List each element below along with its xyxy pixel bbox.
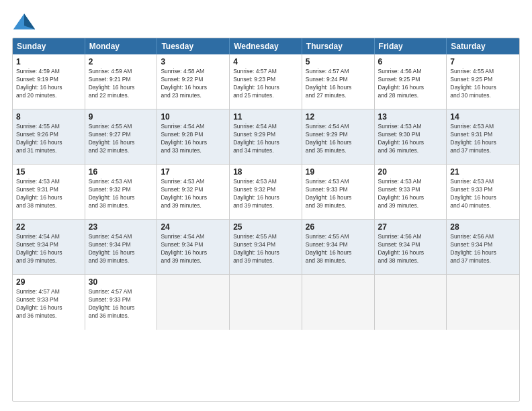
day-number: 24 <box>161 222 226 232</box>
day-info: Sunrise: 4:55 AM Sunset: 9:34 PM Dayligh… <box>306 233 371 265</box>
page: SundayMondayTuesdayWednesdayThursdayFrid… <box>0 0 532 411</box>
calendar-cell: 26Sunrise: 4:55 AM Sunset: 9:34 PM Dayli… <box>302 220 375 275</box>
day-number: 10 <box>161 112 226 122</box>
calendar-cell: 14Sunrise: 4:53 AM Sunset: 9:31 PM Dayli… <box>447 109 519 165</box>
calendar-cell: 9Sunrise: 4:55 AM Sunset: 9:27 PM Daylig… <box>85 109 158 165</box>
day-number: 18 <box>233 167 298 177</box>
header <box>12 12 520 31</box>
day-info: Sunrise: 4:58 AM Sunset: 9:22 PM Dayligh… <box>161 68 226 100</box>
day-number: 9 <box>89 112 154 122</box>
calendar-cell: 19Sunrise: 4:53 AM Sunset: 9:33 PM Dayli… <box>302 165 375 220</box>
day-number: 30 <box>89 277 154 287</box>
calendar-cell: 1Sunrise: 4:59 AM Sunset: 9:19 PM Daylig… <box>13 54 85 109</box>
day-info: Sunrise: 4:55 AM Sunset: 9:25 PM Dayligh… <box>450 68 516 100</box>
day-info: Sunrise: 4:54 AM Sunset: 9:29 PM Dayligh… <box>233 123 298 155</box>
calendar-cell <box>157 275 230 330</box>
day-info: Sunrise: 4:56 AM Sunset: 9:25 PM Dayligh… <box>378 68 443 100</box>
day-number: 3 <box>161 57 226 66</box>
calendar-cell: 5Sunrise: 4:57 AM Sunset: 9:24 PM Daylig… <box>302 54 375 109</box>
day-info: Sunrise: 4:53 AM Sunset: 9:31 PM Dayligh… <box>450 123 516 155</box>
day-info: Sunrise: 4:53 AM Sunset: 9:30 PM Dayligh… <box>378 123 443 155</box>
calendar-cell: 7Sunrise: 4:55 AM Sunset: 9:25 PM Daylig… <box>447 54 519 109</box>
calendar-cell: 17Sunrise: 4:53 AM Sunset: 9:32 PM Dayli… <box>157 165 230 220</box>
day-number: 2 <box>89 57 154 66</box>
calendar-cell <box>447 275 519 330</box>
day-info: Sunrise: 4:54 AM Sunset: 9:34 PM Dayligh… <box>161 233 226 265</box>
day-number: 7 <box>450 57 516 66</box>
day-number: 16 <box>89 167 154 177</box>
day-info: Sunrise: 4:57 AM Sunset: 9:33 PM Dayligh… <box>16 288 81 320</box>
day-info: Sunrise: 4:55 AM Sunset: 9:27 PM Dayligh… <box>89 123 154 155</box>
weekday-header-monday: Monday <box>85 38 158 54</box>
calendar-cell: 2Sunrise: 4:59 AM Sunset: 9:21 PM Daylig… <box>85 54 158 109</box>
day-info: Sunrise: 4:56 AM Sunset: 9:34 PM Dayligh… <box>450 233 516 265</box>
day-number: 23 <box>89 222 154 232</box>
day-info: Sunrise: 4:56 AM Sunset: 9:34 PM Dayligh… <box>378 233 443 265</box>
calendar-cell: 13Sunrise: 4:53 AM Sunset: 9:30 PM Dayli… <box>375 109 447 165</box>
calendar-cell: 23Sunrise: 4:54 AM Sunset: 9:34 PM Dayli… <box>85 220 158 275</box>
day-number: 12 <box>306 112 371 122</box>
calendar-cell: 10Sunrise: 4:54 AM Sunset: 9:28 PM Dayli… <box>157 109 230 165</box>
calendar-body: 1Sunrise: 4:59 AM Sunset: 9:19 PM Daylig… <box>13 54 519 330</box>
calendar: SundayMondayTuesdayWednesdayThursdayFrid… <box>12 38 520 402</box>
day-number: 14 <box>450 112 516 122</box>
day-number: 29 <box>16 277 81 287</box>
day-number: 19 <box>306 167 371 177</box>
day-info: Sunrise: 4:53 AM Sunset: 9:32 PM Dayligh… <box>161 178 226 210</box>
day-info: Sunrise: 4:54 AM Sunset: 9:28 PM Dayligh… <box>161 123 226 155</box>
day-info: Sunrise: 4:53 AM Sunset: 9:31 PM Dayligh… <box>16 178 81 210</box>
logo-icon <box>12 12 36 31</box>
weekday-header-thursday: Thursday <box>302 38 375 54</box>
calendar-header: SundayMondayTuesdayWednesdayThursdayFrid… <box>13 38 519 54</box>
calendar-cell: 24Sunrise: 4:54 AM Sunset: 9:34 PM Dayli… <box>157 220 230 275</box>
day-info: Sunrise: 4:57 AM Sunset: 9:33 PM Dayligh… <box>89 288 154 320</box>
day-info: Sunrise: 4:59 AM Sunset: 9:21 PM Dayligh… <box>89 68 154 100</box>
day-info: Sunrise: 4:53 AM Sunset: 9:33 PM Dayligh… <box>450 178 516 210</box>
day-number: 6 <box>378 57 443 66</box>
calendar-cell: 8Sunrise: 4:55 AM Sunset: 9:26 PM Daylig… <box>13 109 85 165</box>
calendar-cell <box>302 275 375 330</box>
calendar-cell: 4Sunrise: 4:57 AM Sunset: 9:23 PM Daylig… <box>230 54 302 109</box>
logo <box>12 12 39 31</box>
calendar-cell <box>375 275 447 330</box>
day-number: 1 <box>16 57 81 66</box>
day-info: Sunrise: 4:53 AM Sunset: 9:33 PM Dayligh… <box>378 178 443 210</box>
day-info: Sunrise: 4:54 AM Sunset: 9:34 PM Dayligh… <box>89 233 154 265</box>
weekday-header-tuesday: Tuesday <box>157 38 230 54</box>
day-info: Sunrise: 4:54 AM Sunset: 9:29 PM Dayligh… <box>306 123 371 155</box>
day-number: 5 <box>306 57 371 66</box>
day-number: 20 <box>378 167 443 177</box>
day-number: 11 <box>233 112 298 122</box>
weekday-header-sunday: Sunday <box>13 38 85 54</box>
day-number: 28 <box>450 222 516 232</box>
calendar-cell: 18Sunrise: 4:53 AM Sunset: 9:32 PM Dayli… <box>230 165 302 220</box>
day-info: Sunrise: 4:57 AM Sunset: 9:23 PM Dayligh… <box>233 68 298 100</box>
day-number: 17 <box>161 167 226 177</box>
weekday-header-friday: Friday <box>375 38 447 54</box>
day-number: 25 <box>233 222 298 232</box>
day-number: 13 <box>378 112 443 122</box>
day-info: Sunrise: 4:59 AM Sunset: 9:19 PM Dayligh… <box>16 68 81 100</box>
day-number: 27 <box>378 222 443 232</box>
calendar-cell: 11Sunrise: 4:54 AM Sunset: 9:29 PM Dayli… <box>230 109 302 165</box>
day-info: Sunrise: 4:53 AM Sunset: 9:32 PM Dayligh… <box>89 178 154 210</box>
weekday-header-wednesday: Wednesday <box>230 38 302 54</box>
calendar-cell: 20Sunrise: 4:53 AM Sunset: 9:33 PM Dayli… <box>375 165 447 220</box>
day-number: 21 <box>450 167 516 177</box>
calendar-cell: 29Sunrise: 4:57 AM Sunset: 9:33 PM Dayli… <box>13 275 85 330</box>
day-number: 15 <box>16 167 81 177</box>
day-info: Sunrise: 4:57 AM Sunset: 9:24 PM Dayligh… <box>306 68 371 100</box>
day-info: Sunrise: 4:53 AM Sunset: 9:32 PM Dayligh… <box>233 178 298 210</box>
calendar-cell: 21Sunrise: 4:53 AM Sunset: 9:33 PM Dayli… <box>447 165 519 220</box>
calendar-cell: 27Sunrise: 4:56 AM Sunset: 9:34 PM Dayli… <box>375 220 447 275</box>
day-number: 4 <box>233 57 298 66</box>
calendar-cell: 16Sunrise: 4:53 AM Sunset: 9:32 PM Dayli… <box>85 165 158 220</box>
day-number: 22 <box>16 222 81 232</box>
weekday-header-saturday: Saturday <box>447 38 519 54</box>
day-number: 8 <box>16 112 81 122</box>
day-info: Sunrise: 4:55 AM Sunset: 9:34 PM Dayligh… <box>233 233 298 265</box>
day-number: 26 <box>306 222 371 232</box>
calendar-cell: 15Sunrise: 4:53 AM Sunset: 9:31 PM Dayli… <box>13 165 85 220</box>
calendar-cell: 28Sunrise: 4:56 AM Sunset: 9:34 PM Dayli… <box>447 220 519 275</box>
calendar-cell: 6Sunrise: 4:56 AM Sunset: 9:25 PM Daylig… <box>375 54 447 109</box>
